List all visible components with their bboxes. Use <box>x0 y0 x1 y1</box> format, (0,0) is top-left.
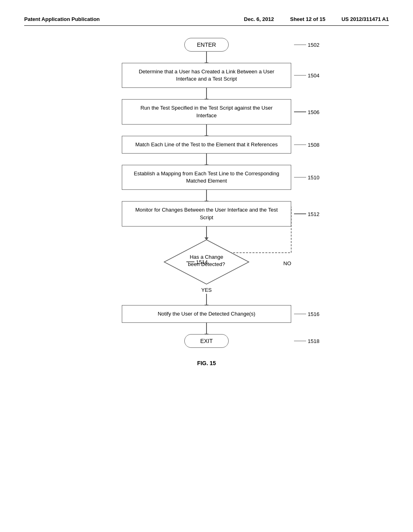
flowchart: ENTER 1502 Determine that a User has Cre… <box>24 38 389 366</box>
yes-label: YES <box>94 287 319 293</box>
ref-1506: 1506 <box>294 109 319 115</box>
process-1506: Run the Test Specified in the Test Scrip… <box>122 99 291 124</box>
node-row-1504: Determine that a User has Created a Link… <box>94 63 319 88</box>
node-row-1510: Establish a Mapping from Each Test Line … <box>94 165 319 190</box>
process-1512: Monitor for Changes Between the User Int… <box>122 201 291 226</box>
process-1508: Match Each Line of the Test to the Eleme… <box>122 136 291 154</box>
ref-1518: 1518 <box>294 338 319 344</box>
page: Patent Application Publication Dec. 6, 2… <box>0 0 413 532</box>
node-row-1508: Match Each Line of the Test to the Eleme… <box>94 136 319 154</box>
publication-label: Patent Application Publication <box>24 16 100 22</box>
no-label: NO <box>284 260 292 266</box>
arrow-5 <box>206 190 207 201</box>
process-1516: Notify the User of the Detected Change(s… <box>122 305 291 323</box>
process-1510: Establish a Mapping from Each Test Line … <box>122 165 291 190</box>
arrow-6 <box>206 227 207 238</box>
node-row-1512: Monitor for Changes Between the User Int… <box>94 201 319 226</box>
ref-1504: 1504 <box>294 73 319 79</box>
monitor-section: Monitor for Changes Between the User Int… <box>94 201 319 293</box>
node-row-1518: EXIT 1518 <box>94 334 319 348</box>
ref-1514: 1514 <box>186 259 208 265</box>
node-row-1506: Run the Test Specified in the Test Scrip… <box>94 99 319 124</box>
header-info: Dec. 6, 2012 Sheet 12 of 15 US 2012/3114… <box>244 16 389 22</box>
node-row-1516: Notify the User of the Detected Change(s… <box>94 305 319 323</box>
process-1504: Determine that a User has Created a Link… <box>122 63 291 88</box>
ref-1508: 1508 <box>294 141 319 148</box>
ref-1512: 1512 <box>294 211 319 217</box>
arrow-4 <box>206 154 207 165</box>
publication-date: Dec. 6, 2012 <box>244 16 274 22</box>
arrow-1 <box>206 52 207 63</box>
diamond-section: Has a Change been Detected? 1514 NO <box>94 238 319 286</box>
ref-1502: 1502 <box>294 42 319 48</box>
patent-number: US 2012/311471 A1 <box>342 16 389 22</box>
figure-caption: FIG. 15 <box>197 360 216 366</box>
node-row-1502: ENTER 1502 <box>94 38 319 52</box>
ref-1510: 1510 <box>294 175 319 181</box>
ref-1516: 1516 <box>294 311 319 317</box>
arrow-3 <box>206 125 207 136</box>
page-header: Patent Application Publication Dec. 6, 2… <box>24 16 389 26</box>
arrow-2 <box>206 88 207 99</box>
terminal-exit: EXIT <box>184 334 229 348</box>
terminal-enter: ENTER <box>184 38 229 52</box>
sheet-info: Sheet 12 of 15 <box>290 16 325 22</box>
arrow-8 <box>206 323 207 334</box>
arrow-7 <box>206 294 207 305</box>
